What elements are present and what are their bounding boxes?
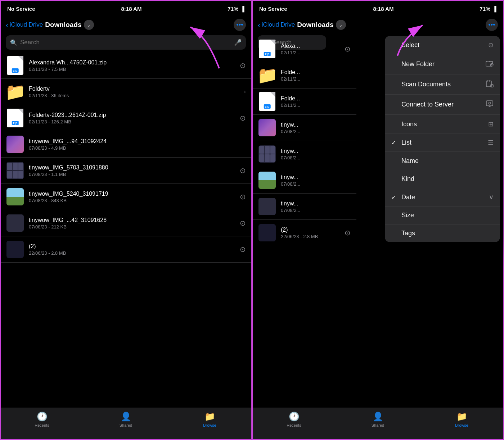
menu-item-server[interactable]: Connect to Server [385, 95, 500, 115]
more-button-right[interactable]: ••• [486, 19, 498, 31]
new-folder-icon [486, 59, 494, 69]
list-view-icon: ☰ [488, 139, 494, 146]
file-name-r5: tinyw... [281, 148, 351, 154]
file-meta-r2: 02/11/2... [281, 76, 351, 82]
file-item-6[interactable]: tinywow_IMG_5240_31091719 07/08/23 - 843… [0, 184, 252, 210]
file-meta-8: 22/06/23 - 2.8 MB [29, 250, 237, 256]
icons-view-icon: ⊞ [488, 120, 494, 128]
menu-check-date: ✓ [391, 194, 399, 201]
browse-icon-right: 📁 [456, 412, 467, 422]
search-input-left[interactable] [20, 39, 234, 46]
file-item-3[interactable]: zip Foldertv-2023...2614Z-001.zip 02/11/… [0, 105, 252, 131]
file-item-2[interactable]: 📁 Foldertv 02/11/23 - 36 items › [0, 79, 252, 105]
file-info-8: (2) 22/06/23 - 2.8 MB [29, 243, 237, 256]
file-list-right-bg: zip Alexa... 02/11/2... ⊙ 📁 Folde... 02/… [252, 36, 356, 408]
file-info-7: tinywow_IMG_...42_31091628 07/08/23 - 21… [29, 217, 237, 230]
dl-icon-r1: ⊙ [345, 45, 351, 53]
battery-percent-right: 71% [480, 6, 490, 12]
menu-item-icons[interactable]: Icons ⊞ [385, 115, 500, 133]
tab-shared-left[interactable]: 👤 Shared [112, 412, 140, 427]
menu-item-tags[interactable]: Tags [385, 224, 500, 242]
file-info-r6: tinyw... 07/08/2... [281, 174, 351, 187]
file-item-7[interactable]: tinywow_IMG_...42_31091628 07/08/23 - 21… [0, 210, 252, 236]
tab-recents-right[interactable]: 🕐 Recents [280, 412, 309, 427]
menu-label-tags: Tags [401, 230, 415, 237]
nav-title-right: Downloads [297, 21, 333, 29]
file-meta-4: 07/08/23 - 4.9 MB [29, 145, 246, 151]
file-icon-1: zip [6, 56, 24, 75]
file-info-6: tinywow_IMG_5240_31091719 07/08/23 - 843… [29, 191, 237, 203]
file-item-5[interactable]: tinywow_IMG_5703_31091880 07/08/23 - 1.1… [0, 158, 252, 184]
menu-item-date[interactable]: ✓ Date ∨ [385, 188, 500, 207]
tab-browse-right[interactable]: 📁 Browse [447, 412, 476, 427]
file-icon-6 [6, 187, 24, 206]
menu-scan-left: Scan Documents [391, 81, 451, 88]
file-name-r4: tinyw... [281, 122, 351, 128]
menu-date-left: ✓ Date [391, 194, 415, 201]
back-chevron-right: ‹ [258, 21, 260, 29]
time-left: 8:18 AM [121, 6, 141, 12]
menu-item-size[interactable]: Size [385, 207, 500, 224]
file-item-4[interactable]: tinywow_IMG_...94_31092424 07/08/23 - 4.… [0, 131, 252, 158]
download-icon-3[interactable]: ⊙ [240, 114, 246, 122]
file-name-8: (2) [29, 243, 237, 250]
menu-kind-left: Kind [391, 175, 414, 183]
more-button-left[interactable]: ••• [234, 19, 246, 31]
download-icon-5[interactable]: ⊙ [240, 166, 246, 175]
file-info-4: tinywow_IMG_...94_31092424 07/08/23 - 4.… [29, 138, 246, 151]
nav-parent-right[interactable]: iCloud Drive [262, 21, 295, 28]
file-name-1: Alexandra Wh...4750Z-001.zip [29, 59, 237, 66]
download-icon-7[interactable]: ⊙ [240, 219, 246, 227]
download-icon-6[interactable]: ⊙ [240, 192, 246, 201]
status-bar-right: No Service 8:18 AM 71% ▐ [252, 0, 504, 16]
download-icon-8[interactable]: ⊙ [240, 245, 246, 254]
back-button-left[interactable]: ‹ [6, 21, 8, 29]
tab-shared-right[interactable]: 👤 Shared [364, 412, 392, 427]
battery-percent-left: 71% [228, 6, 238, 12]
file-item-r3: zip Folde... 02/11/2... [252, 89, 356, 115]
tab-browse-label-left: Browse [203, 423, 216, 427]
menu-item-scan[interactable]: Scan Documents [385, 74, 500, 95]
file-name-r1: Alexa... [281, 43, 342, 49]
file-icon-4 [6, 135, 24, 154]
file-name-r7: tinyw... [281, 200, 351, 207]
recents-icon-left: 🕐 [37, 412, 48, 422]
menu-icons-left: Icons [391, 121, 417, 128]
file-meta-7: 07/08/23 - 212 KB [29, 224, 237, 230]
nav-bar-right: ‹ iCloud Drive Downloads ⌄ ••• [252, 16, 504, 34]
menu-item-kind[interactable]: Kind [385, 170, 500, 188]
file-item-8[interactable]: (2) 22/06/23 - 2.8 MB ⊙ [0, 236, 252, 263]
nav-chevron-button-right[interactable]: ⌄ [336, 20, 346, 30]
time-right: 8:18 AM [373, 6, 393, 12]
file-icon-r4 [258, 118, 276, 137]
file-info-2: Foldertv 02/11/23 - 36 items [29, 86, 241, 98]
menu-item-select[interactable]: Select ⊙ [385, 36, 500, 54]
file-item-r1: zip Alexa... 02/11/2... ⊙ [252, 36, 356, 62]
file-icon-5 [6, 161, 24, 180]
file-name-r6: tinyw... [281, 174, 351, 181]
nav-title-left: Downloads [45, 21, 81, 29]
file-name-5: tinywow_IMG_5703_31091880 [29, 164, 237, 171]
chevron-down-icon-right: ⌄ [339, 22, 343, 28]
file-item-1[interactable]: zip Alexandra Wh...4750Z-001.zip 02/11/2… [0, 53, 252, 79]
browse-icon-left: 📁 [204, 412, 215, 422]
nav-chevron-button-left[interactable]: ⌄ [84, 20, 94, 30]
search-bar-left[interactable]: 🔍 🎤 [6, 35, 246, 50]
menu-item-list[interactable]: ✓ List ☰ [385, 133, 500, 152]
file-info-5: tinywow_IMG_5703_31091880 07/08/23 - 1.1… [29, 164, 237, 177]
back-chevron-left: ‹ [6, 21, 8, 29]
folder-icon-2: 📁 [5, 82, 26, 101]
back-button-right[interactable]: ‹ [258, 21, 260, 29]
file-meta-3: 02/11/23 - 126.2 MB [29, 119, 237, 124]
tab-recents-left[interactable]: 🕐 Recents [28, 412, 57, 427]
nav-parent-left[interactable]: iCloud Drive [10, 21, 43, 28]
carrier-right: No Service [259, 6, 287, 12]
battery-right: 71% ▐ [480, 6, 496, 12]
shared-icon-left: 👤 [121, 412, 131, 422]
tab-browse-left[interactable]: 📁 Browse [195, 412, 224, 427]
mic-icon-left[interactable]: 🎤 [234, 39, 242, 46]
menu-item-new-folder[interactable]: New Folder [385, 54, 500, 74]
download-icon-1[interactable]: ⊙ [240, 61, 246, 70]
file-icon-r5 [258, 145, 276, 163]
menu-item-name[interactable]: Name [385, 152, 500, 170]
